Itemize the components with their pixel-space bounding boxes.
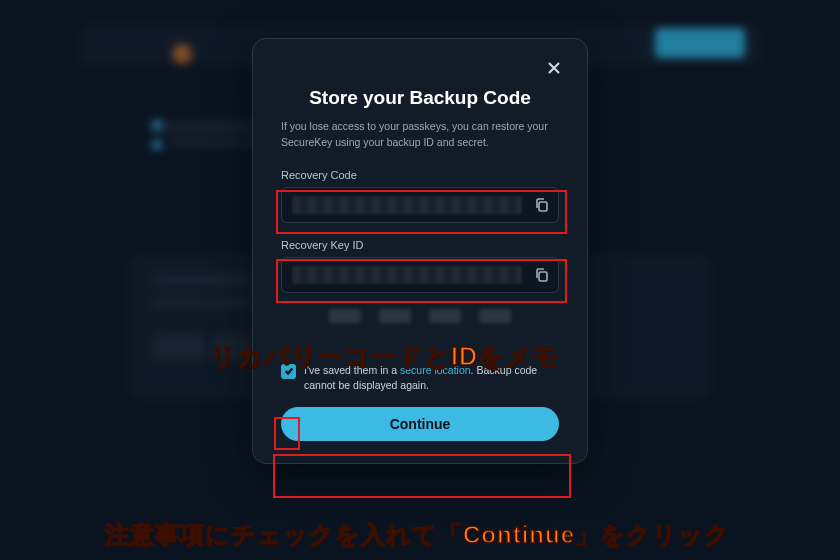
annotation-text: リカバリーコードとIDをメモ [210,340,559,373]
redacted-key-id [292,266,522,284]
svg-rect-0 [539,202,547,211]
backup-code-modal: Store your Backup Code If you lose acces… [252,38,588,464]
recovery-key-id-value [281,257,559,293]
annotation-text: 注意事項にチェックを入れて「Continue」をクリック [105,519,730,551]
redacted-code [292,196,522,214]
recovery-code-field: Recovery Code [281,169,559,223]
recovery-key-id-label: Recovery Key ID [281,239,559,251]
modal-description: If you lose access to your passkeys, you… [281,119,559,151]
modal-title: Store your Backup Code [281,87,559,109]
continue-button[interactable]: Continue [281,407,559,441]
close-icon[interactable] [541,55,567,81]
recovery-code-value [281,187,559,223]
copy-icon[interactable] [534,197,550,213]
recovery-key-id-field: Recovery Key ID [281,239,559,293]
recovery-code-label: Recovery Code [281,169,559,181]
separator-dots [281,309,559,323]
copy-icon[interactable] [534,267,550,283]
svg-rect-1 [539,272,547,281]
